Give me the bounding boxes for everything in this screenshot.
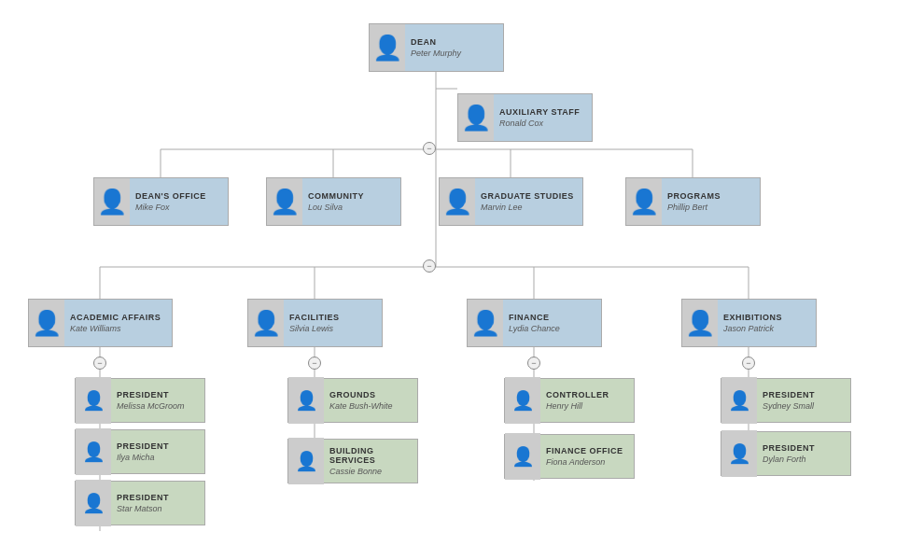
president2-name: Ilya Micha: [117, 453, 199, 462]
president-sydney-node: 👤 PRESIDENT Sydney Small: [721, 378, 851, 423]
collapse-btn-1[interactable]: −: [423, 142, 436, 155]
finance-title: FINANCE: [509, 313, 595, 322]
president1-photo: 👤: [76, 377, 111, 424]
finance-photo: 👤: [468, 300, 503, 346]
collapse-btn-2[interactable]: −: [423, 259, 436, 273]
building-node: 👤 BUILDING SERVICES Cassie Bonne: [287, 439, 418, 483]
deans-office-title: DEAN'S OFFICE: [135, 191, 222, 201]
president-sydney-name: Sydney Small: [763, 401, 845, 411]
auxiliary-title: AUXILIARY STAFF: [499, 107, 586, 117]
facilities-photo: 👤: [248, 300, 284, 346]
dean-photo: 👤: [370, 24, 405, 71]
finance-office-title: FINANCE OFFICE: [546, 446, 628, 455]
auxiliary-node: 👤 AUXILIARY STAFF Ronald Cox: [457, 93, 593, 142]
controller-node: 👤 CONTROLLER Henry Hill: [504, 378, 635, 423]
community-name: Lou Silva: [308, 203, 395, 212]
collapse-btn-facilities[interactable]: −: [308, 357, 321, 370]
finance-node: 👤 FINANCE Lydia Chance: [467, 299, 602, 347]
grounds-node: 👤 GROUNDS Kate Bush-White: [287, 378, 418, 423]
exhibitions-photo: 👤: [682, 300, 718, 346]
building-name: Cassie Bonne: [329, 467, 412, 476]
programs-node: 👤 PROGRAMS Phillip Bert: [625, 177, 761, 226]
exhibitions-name: Jason Patrick: [723, 324, 810, 333]
deans-office-photo: 👤: [94, 178, 130, 225]
academic-photo: 👤: [29, 300, 64, 346]
building-title: BUILDING SERVICES: [329, 446, 412, 465]
president-dylan-photo: 👤: [721, 430, 757, 477]
facilities-name: Silvia Lewis: [289, 324, 376, 333]
auxiliary-photo: 👤: [458, 94, 494, 141]
academic-node: 👤 ACADEMIC AFFAIRS Kate Williams: [28, 299, 173, 347]
programs-title: PROGRAMS: [667, 191, 754, 201]
deans-office-name: Mike Fox: [135, 203, 222, 212]
president3-title: PRESIDENT: [117, 493, 199, 502]
president-sydney-title: PRESIDENT: [763, 390, 845, 399]
programs-name: Phillip Bert: [667, 203, 754, 212]
president2-photo: 👤: [76, 428, 111, 475]
academic-name: Kate Williams: [70, 324, 166, 333]
president2-title: PRESIDENT: [117, 441, 199, 451]
president1-node: 👤 PRESIDENT Melissa McGroom: [75, 378, 205, 423]
community-photo: 👤: [267, 178, 302, 225]
finance-office-node: 👤 FINANCE OFFICE Fiona Anderson: [504, 434, 635, 479]
graduate-node: 👤 GRADUATE STUDIES Marvin Lee: [439, 177, 583, 226]
controller-photo: 👤: [505, 377, 540, 424]
dean-node: 👤 DEAN Peter Murphy: [369, 23, 504, 72]
building-photo: 👤: [288, 438, 324, 484]
collapse-btn-exhibitions[interactable]: −: [742, 357, 755, 370]
exhibitions-node: 👤 EXHIBITIONS Jason Patrick: [681, 299, 817, 347]
grounds-photo: 👤: [288, 377, 324, 424]
auxiliary-name: Ronald Cox: [499, 119, 586, 128]
president3-name: Star Matson: [117, 504, 199, 513]
graduate-name: Marvin Lee: [481, 203, 577, 212]
controller-title: CONTROLLER: [546, 390, 628, 399]
programs-photo: 👤: [626, 178, 662, 225]
president-sydney-photo: 👤: [721, 377, 757, 424]
president-dylan-title: PRESIDENT: [763, 443, 845, 453]
connector-lines: [0, 0, 924, 560]
org-chart: 👤 DEAN Peter Murphy 👤 AUXILIARY STAFF Ro…: [0, 0, 924, 560]
community-node: 👤 COMMUNITY Lou Silva: [266, 177, 401, 226]
president1-title: PRESIDENT: [117, 390, 199, 399]
finance-office-name: Fiona Anderson: [546, 457, 628, 467]
finance-name: Lydia Chance: [509, 324, 595, 333]
president1-name: Melissa McGroom: [117, 401, 199, 411]
president-dylan-name: Dylan Forth: [763, 455, 845, 464]
academic-title: ACADEMIC AFFAIRS: [70, 313, 166, 322]
controller-name: Henry Hill: [546, 401, 628, 411]
dean-name: Peter Murphy: [411, 49, 497, 58]
collapse-btn-finance[interactable]: −: [527, 357, 540, 370]
deans-office-node: 👤 DEAN'S OFFICE Mike Fox: [93, 177, 229, 226]
finance-office-photo: 👤: [505, 433, 540, 480]
exhibitions-title: EXHIBITIONS: [723, 313, 810, 322]
president3-node: 👤 PRESIDENT Star Matson: [75, 481, 205, 525]
facilities-node: 👤 FACILITIES Silvia Lewis: [247, 299, 383, 347]
president2-node: 👤 PRESIDENT Ilya Micha: [75, 429, 205, 474]
collapse-btn-academic[interactable]: −: [93, 357, 106, 370]
graduate-title: GRADUATE STUDIES: [481, 191, 577, 201]
president-dylan-node: 👤 PRESIDENT Dylan Forth: [721, 431, 851, 476]
facilities-title: FACILITIES: [289, 313, 376, 322]
president3-photo: 👤: [76, 480, 111, 526]
grounds-title: GROUNDS: [329, 390, 412, 399]
grounds-name: Kate Bush-White: [329, 401, 412, 411]
community-title: COMMUNITY: [308, 191, 395, 201]
dean-title: DEAN: [411, 37, 497, 47]
graduate-photo: 👤: [440, 178, 475, 225]
